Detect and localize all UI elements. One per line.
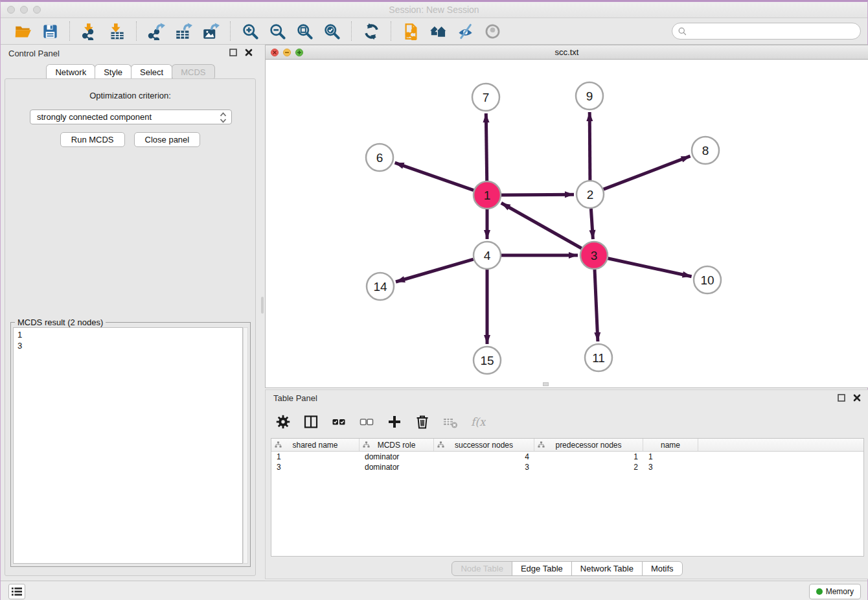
select-all-button[interactable]: [330, 413, 347, 430]
close-panel-button[interactable]: Close panel: [134, 132, 201, 147]
cell-predecessor-nodes[interactable]: 2: [534, 462, 643, 472]
save-session-button[interactable]: [40, 21, 60, 41]
float-table-panel-icon[interactable]: [837, 393, 846, 402]
document-share-button[interactable]: [400, 21, 421, 41]
graph-edge-1-7[interactable]: [486, 113, 486, 181]
graph-node-8[interactable]: 8: [692, 137, 719, 164]
graph-edge-3-1[interactable]: [501, 203, 582, 248]
zoom-fit-button[interactable]: [294, 21, 315, 41]
list-icon: [11, 586, 23, 597]
graph-edge-2-9[interactable]: [589, 112, 590, 180]
tab-network-table[interactable]: Network Table: [571, 561, 643, 576]
zoom-out-button[interactable]: [267, 21, 288, 41]
mcds-result-text[interactable]: 1 3: [13, 327, 243, 564]
table-panel-header: Table Panel: [266, 390, 868, 406]
zoom-in-button[interactable]: [240, 21, 260, 41]
graph-edge-2-3[interactable]: [591, 209, 593, 239]
export-table-button[interactable]: [173, 21, 194, 41]
table-body: 1dominator4113dominator323: [271, 452, 863, 472]
graph-node-15[interactable]: 15: [474, 347, 501, 374]
cell-name[interactable]: 3: [643, 462, 698, 472]
graph-node-11[interactable]: 11: [585, 344, 612, 371]
save-session-icon: [41, 23, 59, 40]
cell-MCDS-role[interactable]: dominator: [360, 462, 434, 472]
svg-text:6: 6: [376, 151, 383, 165]
open-session-icon: [14, 23, 32, 40]
cell-successor-nodes[interactable]: 3: [434, 462, 534, 472]
graph-node-1[interactable]: 1: [474, 181, 501, 209]
memory-status-icon: [816, 588, 823, 595]
cell-MCDS-role[interactable]: dominator: [360, 452, 434, 462]
search-input[interactable]: [687, 25, 860, 38]
open-session-button[interactable]: [12, 21, 33, 41]
column-header-MCDS-role[interactable]: MCDS role: [360, 439, 434, 451]
column-header-name[interactable]: name: [643, 439, 698, 451]
import-network-button[interactable]: [79, 21, 100, 41]
add-row-button[interactable]: [386, 413, 403, 430]
svg-text:15: 15: [480, 354, 494, 367]
network-canvas[interactable]: 7 9 6 8 1 2 4 3 14 10 15 11: [266, 60, 868, 387]
float-panel-icon[interactable]: [229, 48, 238, 57]
hide-display-button[interactable]: [455, 21, 475, 41]
graph-node-14[interactable]: 14: [367, 273, 394, 300]
column-header-shared-name[interactable]: shared name: [271, 439, 360, 451]
graph-node-3[interactable]: 3: [580, 242, 608, 269]
splitter-grip[interactable]: [543, 382, 549, 386]
result-scrollbar[interactable]: [243, 327, 248, 564]
graph-edge-4-14[interactable]: [396, 259, 474, 282]
graph-edge-3-10[interactable]: [608, 259, 692, 277]
home-button[interactable]: [428, 21, 448, 41]
graph-node-9[interactable]: 9: [576, 82, 603, 110]
cell-successor-nodes[interactable]: 4: [434, 452, 534, 462]
columns-button[interactable]: [303, 413, 319, 430]
network-view-window: scc.txt 7 9 6 8 1 2 4 3 14 10 15 11: [265, 45, 868, 388]
gear-button[interactable]: [275, 413, 291, 430]
tab-edge-table[interactable]: Edge Table: [512, 561, 572, 576]
document-share-icon: [402, 23, 420, 40]
tab-node-table[interactable]: Node Table: [451, 561, 512, 576]
graph-node-10[interactable]: 10: [694, 266, 721, 294]
graph-edge-2-8[interactable]: [604, 156, 691, 189]
graph-node-6[interactable]: 6: [366, 144, 393, 171]
import-table-button[interactable]: [106, 21, 127, 41]
import-table-icon: [108, 23, 126, 40]
criterion-select[interactable]: strongly connected component: [30, 110, 232, 124]
zoom-selected-button[interactable]: [321, 21, 342, 41]
vertical-splitter[interactable]: [260, 45, 265, 581]
task-history-button[interactable]: [8, 584, 25, 599]
column-header-predecessor-nodes[interactable]: predecessor nodes: [534, 439, 643, 451]
run-mcds-button[interactable]: Run MCDS: [60, 132, 125, 147]
graph-edge-1-2[interactable]: [501, 194, 574, 195]
gear-icon: [275, 414, 291, 430]
memory-label: Memory: [826, 587, 854, 596]
cell-shared-name[interactable]: 1: [271, 452, 360, 462]
home-icon: [429, 23, 447, 40]
optimization-criterion-label: Optimization criterion:: [5, 91, 255, 100]
deselect-all-button[interactable]: [358, 413, 375, 430]
graph-node-4[interactable]: 4: [474, 242, 501, 269]
show-display-button[interactable]: [482, 21, 503, 41]
export-network-button[interactable]: [146, 21, 166, 41]
cell-shared-name[interactable]: 3: [271, 462, 360, 472]
delete-row-button[interactable]: [414, 413, 431, 430]
function-button: f(x): [470, 413, 486, 430]
graph-node-7[interactable]: 7: [472, 84, 499, 111]
column-header-successor-nodes[interactable]: successor nodes: [434, 439, 534, 451]
close-table-panel-icon[interactable]: [852, 393, 862, 402]
search-box[interactable]: [672, 23, 861, 40]
table-row[interactable]: 3dominator323: [271, 462, 863, 472]
refresh-button[interactable]: [361, 21, 382, 41]
table-row[interactable]: 1dominator411: [271, 452, 863, 462]
export-image-icon: [202, 23, 220, 40]
svg-text:8: 8: [702, 144, 709, 157]
graph-node-2[interactable]: 2: [577, 181, 604, 208]
close-panel-icon[interactable]: [244, 48, 253, 57]
export-network-icon: [148, 23, 165, 40]
cell-name[interactable]: 1: [643, 452, 698, 462]
tab-motifs[interactable]: Motifs: [642, 561, 683, 576]
graph-edge-3-11[interactable]: [595, 270, 598, 341]
graph-edge-1-6[interactable]: [395, 163, 474, 190]
cell-predecessor-nodes[interactable]: 1: [534, 452, 643, 462]
export-image-button[interactable]: [200, 21, 221, 41]
memory-button[interactable]: Memory: [809, 584, 861, 599]
